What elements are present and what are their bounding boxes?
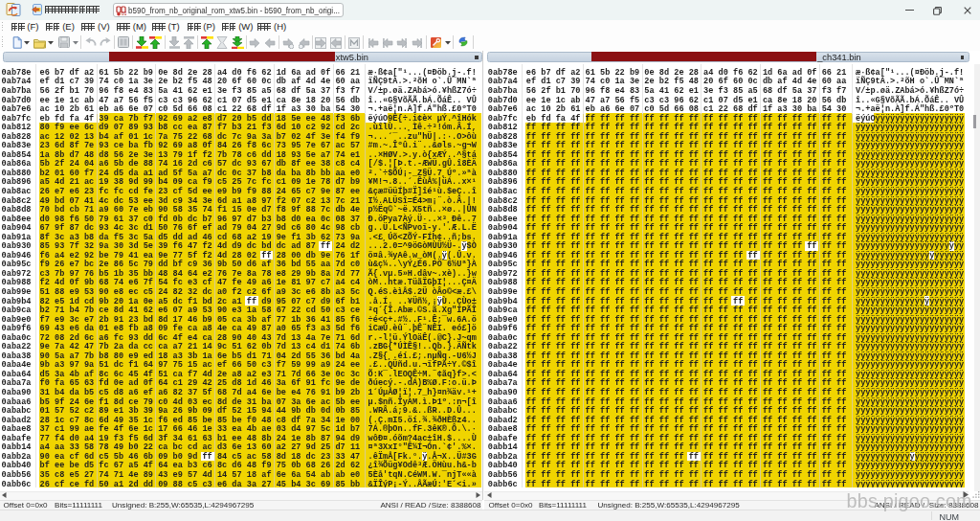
svg-text:01: 01 bbox=[121, 11, 125, 16]
